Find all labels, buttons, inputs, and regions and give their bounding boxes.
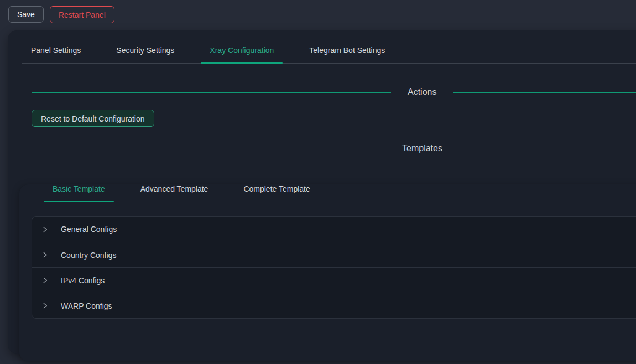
- reset-default-config-button[interactable]: Reset to Default Configuration: [32, 110, 154, 127]
- templates-card: Basic Template Advanced Template Complet…: [19, 184, 636, 361]
- tab-panel-settings[interactable]: Panel Settings: [22, 46, 90, 63]
- settings-tabbar: Panel Settings Security Settings Xray Co…: [22, 46, 636, 64]
- accordion-row-warp-configs[interactable]: WARP Configs: [32, 293, 636, 318]
- chevron-right-icon: [41, 251, 49, 259]
- accordion-row-label: WARP Configs: [61, 302, 112, 310]
- chevron-right-icon: [41, 277, 49, 284]
- template-config-accordion: General Configs Country Configs IPv4 Con…: [32, 216, 636, 319]
- divider-line: [32, 149, 385, 149]
- tab-basic-template[interactable]: Basic Template: [44, 184, 114, 202]
- chevron-right-icon: [41, 302, 49, 309]
- settings-card: Panel Settings Security Settings Xray Co…: [8, 30, 636, 354]
- accordion-row-label: General Configs: [61, 225, 117, 234]
- actions-divider: Actions: [32, 86, 636, 98]
- tab-complete-template[interactable]: Complete Template: [234, 184, 319, 202]
- accordion-row-country-configs[interactable]: Country Configs: [32, 242, 636, 267]
- tab-security-settings[interactable]: Security Settings: [107, 46, 183, 63]
- accordion-row-general-configs[interactable]: General Configs: [32, 217, 636, 242]
- topbar: Save Restart Panel: [0, 0, 636, 30]
- divider-line: [32, 92, 391, 93]
- template-tabbar: Basic Template Advanced Template Complet…: [44, 184, 636, 202]
- save-button[interactable]: Save: [8, 6, 44, 23]
- tab-advanced-template[interactable]: Advanced Template: [132, 184, 217, 202]
- tab-xray-configuration[interactable]: Xray Configuration: [201, 46, 283, 63]
- divider-line: [459, 149, 636, 149]
- restart-panel-button[interactable]: Restart Panel: [50, 6, 114, 23]
- actions-section-title: Actions: [391, 87, 453, 97]
- accordion-row-label: Country Configs: [61, 251, 116, 260]
- tab-telegram-bot-settings[interactable]: Telegram Bot Settings: [300, 46, 394, 63]
- accordion-row-label: IPv4 Configs: [61, 276, 105, 285]
- accordion-row-ipv4-configs[interactable]: IPv4 Configs: [32, 267, 636, 293]
- chevron-right-icon: [41, 226, 49, 233]
- templates-section-title: Templates: [385, 144, 459, 154]
- divider-line: [453, 92, 636, 93]
- templates-divider: Templates: [32, 143, 636, 155]
